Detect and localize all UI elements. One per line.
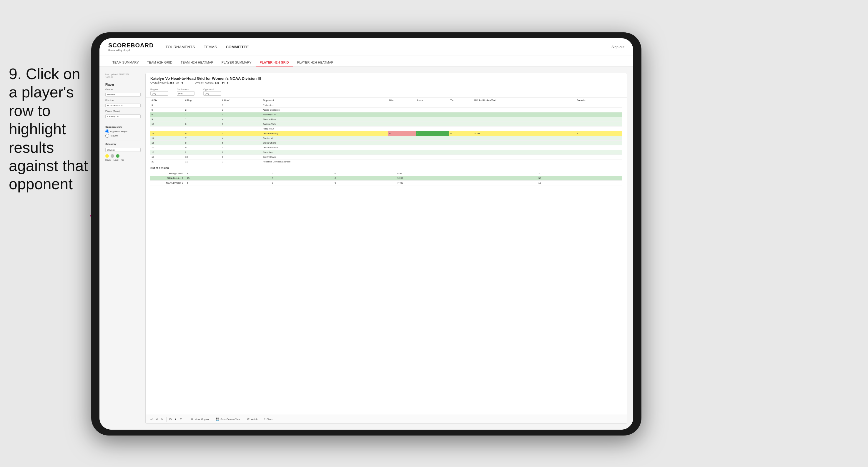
sign-out[interactable]: Sign out (612, 45, 624, 49)
division-label: Division (105, 99, 141, 101)
table-row[interactable]: 1585Stella Cheng (150, 141, 622, 145)
opponent-view-title: Opponent view (105, 126, 141, 128)
col-loss: Loss (416, 98, 449, 103)
gender-select[interactable]: Women's (105, 93, 141, 96)
grid-header: Katelyn Vo Head-to-Head Grid for Women's… (146, 73, 627, 86)
legend-down: Down (105, 159, 111, 161)
col-div: # Div (150, 98, 184, 103)
player-rank-label: Player (Rank) (105, 110, 141, 113)
nav-links: TOURNAMENTS TEAMS COMMITTEE (165, 43, 249, 50)
conference-filter: Conference (All) (177, 88, 194, 96)
redo-small-icon[interactable]: ↩ (156, 417, 158, 421)
tablet-screen: SCOREBOARD Powered by clippd TOURNAMENTS… (99, 38, 633, 430)
save-icon: 💾 (216, 417, 219, 421)
table-row[interactable]: 1691Jessica Mason (150, 145, 622, 150)
grid-area: Katelyn Vo Head-to-Head Grid for Women's… (145, 73, 627, 424)
division-select[interactable]: NCAA Division III (105, 103, 141, 107)
table-row[interactable]: 914Sharon Mun (150, 117, 622, 122)
step-number: 9. (9, 65, 22, 83)
filter-row: Region (All) Conference (All) Opponent (146, 86, 627, 98)
eye-icon: 👁 (191, 417, 194, 421)
nav-bar: SCOREBOARD Powered by clippd TOURNAMENTS… (99, 38, 633, 56)
grid-title: Katelyn Vo Head-to-Head Grid for Women's… (150, 76, 622, 81)
sidebar-timestamp: Last Updated: 27/03/2024 16:55:28 (105, 73, 141, 79)
instruction-text: 9. Click on a player's row to highlight … (9, 65, 88, 193)
subnav-player-h2h-heatmap[interactable]: PLAYER H2H HEATMAP (293, 58, 338, 67)
colour-by-title: Colour by (105, 143, 141, 145)
opponent-filter: Opponent (All) (203, 88, 221, 96)
out-of-division-row[interactable]: NAIA Division 115009.26730 (150, 176, 622, 181)
table-row[interactable]: 1361Jessica Huang010-3.002 (150, 131, 622, 136)
sub-nav: TEAM SUMMARY TEAM H2H GRID TEAM H2H HEAT… (99, 56, 633, 67)
out-of-division-label: Out of division (150, 164, 622, 171)
legend-up: Up (122, 159, 124, 161)
toolbar: ↩ ↩ ↪ ⧉ ✦ ⏱ 👁 View: Original 💾 Save Cust… (146, 415, 627, 424)
table-row[interactable]: 20117Federica Domecq Lacroze (150, 159, 622, 164)
step-text: Click on a player's row to highlight res… (9, 65, 88, 192)
opponent-select[interactable]: (All) (203, 91, 221, 96)
radio-opponents-played[interactable]: Opponents Played (105, 129, 141, 133)
table-row[interactable]: 1063Andrea York (150, 122, 622, 127)
nav-committee[interactable]: COMMITTEE (226, 43, 249, 50)
table-row[interactable]: Haeji Hyun (150, 127, 622, 131)
tablet-shell: SCOREBOARD Powered by clippd TOURNAMENTS… (91, 32, 642, 436)
toolbar-sep-2 (186, 417, 186, 422)
legend-dot-up (116, 154, 120, 158)
subnav-team-h2h-grid[interactable]: TEAM H2H GRID (143, 58, 177, 67)
clock-icon[interactable]: ⏱ (180, 417, 183, 421)
nav-tournaments[interactable]: TOURNAMENTS (165, 43, 195, 50)
overall-record: Overall Record: 353 - 34 - 6 (150, 81, 183, 84)
col-reg: # Reg (184, 98, 221, 103)
legend-dots (105, 154, 141, 158)
subnav-player-summary[interactable]: PLAYER SUMMARY (217, 58, 256, 67)
watch-btn[interactable]: 👁 Watch (245, 417, 259, 422)
col-opponent: Opponent (261, 98, 388, 103)
player-rank-select[interactable]: 8. Katelyn Vo (105, 115, 141, 118)
share-btn[interactable]: ⤴ Share (262, 417, 275, 422)
view-original-btn[interactable]: 👁 View: Original (189, 417, 211, 422)
colour-by-select[interactable]: Win/loss (105, 148, 141, 152)
col-diff: Diff Av Strokes/Rnd (473, 98, 576, 103)
copy-icon[interactable]: ⧉ (169, 417, 172, 421)
table-row[interactable]: 31Esther Lee (150, 103, 622, 108)
region-select[interactable]: (All) (150, 91, 168, 96)
division-record: Division Record: 331 - 34 - 6 (195, 81, 228, 84)
sidebar-player-title: Player (105, 83, 141, 86)
col-rounds: Rounds (576, 98, 622, 103)
legend-dot-down (105, 154, 109, 158)
subnav-team-summary[interactable]: TEAM SUMMARY (108, 58, 143, 67)
subnav-team-h2h-heatmap[interactable]: TEAM H2H HEATMAP (177, 58, 217, 67)
radio-top100[interactable]: Top 100 (105, 134, 141, 138)
forward-icon[interactable]: ↪ (161, 417, 163, 421)
conference-select[interactable]: (All) (177, 91, 194, 96)
table-row[interactable]: 1474Eunice Yi (150, 136, 622, 141)
col-conf: # Conf (221, 98, 262, 103)
table-row[interactable]: 19106Emily Chang (150, 155, 622, 159)
col-tie: Tie (449, 98, 473, 103)
subnav-player-h2h-grid[interactable]: PLAYER H2H GRID (256, 58, 293, 67)
player-h2h-table: # Div # Reg # Conf Opponent Win Loss Tie… (150, 98, 622, 164)
legend-level: Level (114, 159, 119, 161)
logo-area: SCOREBOARD Powered by clippd (108, 42, 154, 52)
opponent-label: Opponent (203, 88, 221, 91)
settings-icon[interactable]: ✦ (175, 417, 177, 421)
radio-group: Opponents Played Top 100 (105, 129, 141, 138)
save-custom-view-btn[interactable]: 💾 Save Custom View (214, 417, 242, 422)
out-of-division-row[interactable]: Foreign Team1004.5002 (150, 171, 622, 176)
undo-icon[interactable]: ↩ (150, 417, 153, 421)
grid-records: Overall Record: 353 - 34 - 6 Division Re… (150, 81, 622, 84)
nav-left: SCOREBOARD Powered by clippd TOURNAMENTS… (108, 42, 249, 52)
table-row[interactable]: 613Sydney Kuo (150, 113, 622, 117)
share-icon: ⤴ (264, 417, 266, 421)
toolbar-sep-1 (166, 417, 166, 422)
region-filter: Region (All) (150, 88, 168, 96)
main-content: Last Updated: 27/03/2024 16:55:28 Player… (99, 67, 633, 430)
legend-dot-level (111, 154, 114, 158)
nav-teams[interactable]: TEAMS (204, 43, 217, 50)
table-row[interactable]: 1822Euna Lee (150, 150, 622, 155)
col-win: Win (388, 98, 416, 103)
conference-label: Conference (177, 88, 194, 91)
out-of-division-row[interactable]: NCAA Division 25007.40010 (150, 181, 622, 185)
table-row[interactable]: 522Alexis Sudjianto (150, 108, 622, 113)
sidebar: Last Updated: 27/03/2024 16:55:28 Player… (105, 73, 141, 424)
